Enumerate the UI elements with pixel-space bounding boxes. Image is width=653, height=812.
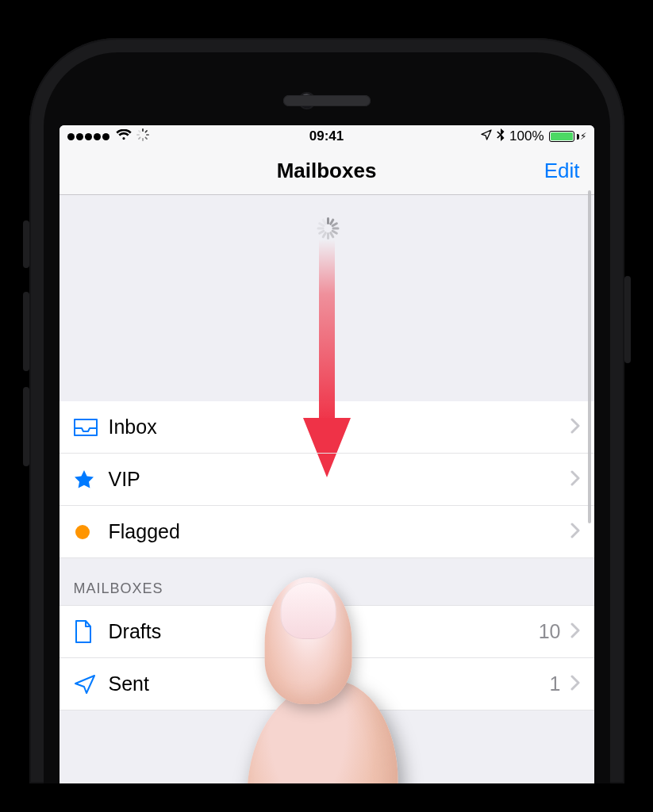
status-clock: 09:41 [309,128,344,144]
svg-rect-6 [136,134,140,136]
chevron-right-icon [570,470,580,489]
status-bar: 09:41 100% ⚡︎ [60,125,594,147]
mailbox-row-drafts[interactable]: Drafts 10 [60,606,594,658]
phone-frame: 09:41 100% ⚡︎ [29,38,624,783]
chevron-right-icon [570,622,580,642]
svg-rect-5 [137,136,140,140]
svg-rect-1 [144,129,148,132]
draft-icon [74,620,109,644]
earpiece-speaker [283,95,371,106]
activity-spinner-icon [136,128,149,145]
power-button [624,276,631,363]
mailbox-label: Drafts [109,620,162,643]
star-icon [74,469,109,490]
section-header-mailboxes: MAILBOXES [60,558,594,606]
svg-rect-7 [137,129,140,132]
battery-percent: 100% [509,128,544,144]
chevron-right-icon [570,675,580,694]
svg-rect-2 [146,134,149,136]
mailboxes-list: Drafts 10 Sent [60,606,594,710]
svg-rect-8 [319,239,335,422]
mailbox-label: Sent [109,672,149,695]
nav-bar: Mailboxes Edit [60,147,594,195]
bluetooth-icon [497,128,505,145]
screen: 09:41 100% ⚡︎ [60,125,594,783]
chevron-right-icon [570,523,580,542]
inbox-icon [74,419,109,436]
mailbox-row-vip[interactable]: VIP [60,454,594,506]
loading-spinner-icon [316,217,338,239]
svg-rect-0 [142,128,144,132]
mailbox-count: 1 [550,672,561,695]
mailbox-label: Inbox [109,416,157,439]
mailbox-label: VIP [109,468,140,491]
mute-switch [23,220,29,268]
svg-rect-3 [144,136,148,140]
mailbox-row-inbox[interactable]: Inbox [60,401,594,454]
svg-point-9 [75,525,90,539]
mailbox-row-flagged[interactable]: Flagged [60,506,594,558]
sent-icon [74,674,109,695]
mailbox-row-sent[interactable]: Sent 1 [60,658,594,710]
volume-up-button [23,292,29,371]
dot-icon [74,523,109,541]
svg-rect-4 [142,138,144,141]
volume-down-button [23,387,29,466]
edit-button[interactable]: Edit [544,159,580,183]
page-title: Mailboxes [277,159,377,183]
battery-icon: ⚡︎ [549,131,586,142]
wifi-icon [116,128,132,144]
phone-bezel: 09:41 100% ⚡︎ [44,52,610,783]
signal-strength-icon [67,128,111,144]
chevron-right-icon [570,418,580,437]
mailbox-count: 10 [539,620,561,643]
location-icon [481,128,492,144]
mailbox-label: Flagged [109,520,180,543]
pull-to-refresh-area[interactable] [60,195,594,401]
favorites-list: Inbox VIP [60,401,594,558]
scroll-indicator[interactable] [588,190,591,523]
